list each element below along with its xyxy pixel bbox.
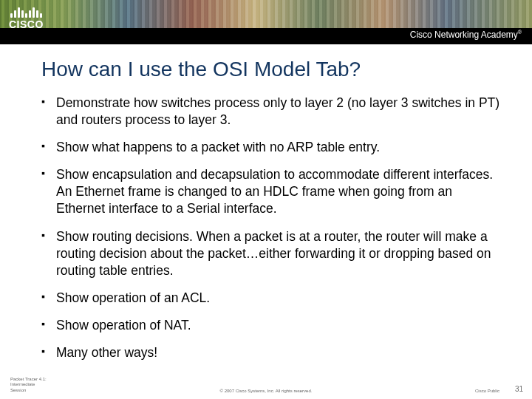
bullet-list: Demonstrate how switches process only to…: [41, 95, 502, 361]
cisco-logo-bars: [10, 4, 42, 18]
academy-label: Cisco Networking Academy: [410, 30, 518, 40]
slide-number: 31: [515, 385, 523, 393]
bullet-item: Demonstrate how switches process only to…: [41, 95, 502, 129]
bullet-item: Show routing decisions. When a packet is…: [41, 228, 502, 279]
tm-icon: ®: [518, 30, 522, 35]
banner: CISCO Cisco Networking Academy®: [0, 0, 532, 44]
slide-title: How can I use the OSI Model Tab?: [41, 58, 502, 81]
bullet-item: Many other ways!: [41, 344, 502, 361]
bullet-item: Show what happens to a packet with no AR…: [41, 139, 502, 156]
academy-text: Cisco Networking Academy®: [410, 30, 522, 40]
footer-left-line: Intermediate: [10, 382, 47, 388]
bullet-item: Show encapsulation and decapsulation to …: [41, 166, 502, 217]
bullet-item: Show operation of NAT.: [41, 317, 502, 334]
footer-left-line: Packet Tracer 4.1:: [10, 377, 47, 383]
slide: CISCO Cisco Networking Academy® How can …: [0, 0, 532, 399]
footer-classification: Cisco Public: [475, 389, 499, 393]
bullet-item: Show operation of an ACL.: [41, 290, 502, 307]
cisco-logo: CISCO: [9, 4, 44, 30]
footer-copyright: © 2007 Cisco Systems, Inc. All rights re…: [0, 389, 532, 393]
content-area: How can I use the OSI Model Tab? Demonst…: [41, 58, 502, 372]
